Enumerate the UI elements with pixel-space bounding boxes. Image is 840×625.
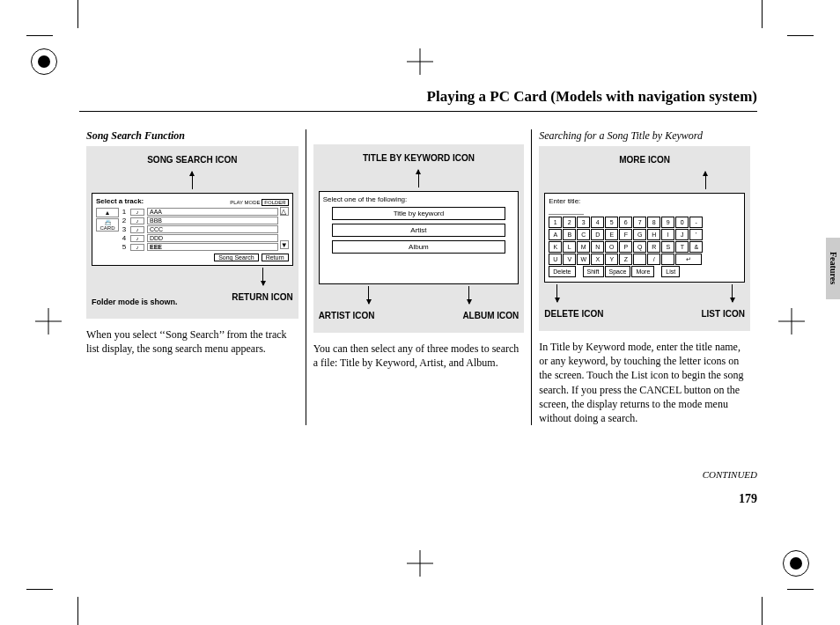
key[interactable]: 4 [591,217,604,228]
key[interactable]: S [661,241,674,253]
song-search-button[interactable]: Song Search [214,254,258,261]
continued-label: CONTINUED [79,469,757,480]
keyboard-row: UVWXYZ / ↵ [549,254,741,265]
key[interactable] [633,254,646,265]
key[interactable]: 1 [549,217,562,228]
key[interactable]: N [591,241,604,253]
key[interactable]: R [647,241,660,253]
keyboard-row-bottom: Delete Shift Space More List [549,266,741,277]
key[interactable]: A [549,229,562,240]
key[interactable]: J [675,229,689,240]
key[interactable]: B [563,229,576,240]
title-rule [79,111,757,112]
key[interactable]: F [619,229,632,240]
key[interactable]: I [661,229,674,240]
arrow-icon [468,286,469,304]
key[interactable]: & [689,241,703,253]
label-song-search-icon: SONG SEARCH ICON [92,155,293,165]
arrow-icon [705,172,706,189]
key[interactable]: E [605,229,618,240]
body-text-2: You can then select any of three modes t… [313,342,525,370]
column-2: TITLE BY KEYWORD ICON Select one of the … [306,129,532,425]
crop-mark [26,589,53,590]
table-row: 1♪AAA [121,208,278,216]
text-input-field[interactable] [549,207,584,215]
screen-keyboard: Enter title: 1234567890- ABCDEFGHIJ' KLM… [544,193,745,283]
crop-mark [787,589,814,590]
key[interactable]: W [577,254,590,265]
page-number: 179 [79,492,757,506]
figure-keyboard: MORE ICON Enter title: 1234567890- ABCDE… [539,146,750,331]
key[interactable]: Y [605,254,618,265]
crosshair-icon [778,308,805,335]
figure-mode-select: TITLE BY KEYWORD ICON Select one of the … [313,144,525,333]
screen-mode-select: Select one of the following: Title by ke… [319,191,519,284]
arrow-icon [192,172,193,189]
shift-button[interactable]: Shift [583,266,604,277]
crop-mark [77,597,78,625]
screen-header: Enter title: [549,197,741,205]
album-button[interactable]: Album [332,240,506,254]
label-delete-icon: DELETE ICON [544,309,603,319]
crop-mark [26,35,53,36]
arrow-icon [262,268,263,285]
key[interactable]: X [591,254,604,265]
column-1: Song Search Function SONG SEARCH ICON Se… [79,129,306,425]
key[interactable]: 6 [619,217,632,228]
table-row: 5♪EEE [121,243,278,251]
keyboard-row: 1234567890- [549,217,741,228]
key[interactable]: G [633,229,646,240]
crop-mark [787,35,814,36]
key[interactable]: - [689,217,703,228]
body-text-3: In Title by Keyword mode, enter the titl… [539,340,750,425]
key[interactable]: 5 [605,217,618,228]
table-row: 2♪BBB [121,217,278,224]
key[interactable]: 8 [647,217,660,228]
page-content: Playing a PC Card (Models with navigatio… [79,35,757,506]
title-by-keyword-button[interactable]: Title by keyword [332,207,506,220]
enter-key-icon[interactable]: ↵ [675,254,702,265]
key[interactable]: 7 [633,217,646,228]
keyboard-row: KLMNOPQRST& [549,241,741,253]
registration-mark-icon [783,550,809,577]
columns: Song Search Function SONG SEARCH ICON Se… [79,129,757,425]
key[interactable]: H [647,229,660,240]
scroll-up-icon: △ [280,207,289,216]
key[interactable] [661,254,674,265]
label-list-icon: LIST ICON [701,309,744,319]
key[interactable]: Z [619,254,632,265]
key[interactable]: M [577,241,590,253]
key[interactable]: Q [633,241,646,253]
list-button[interactable]: List [661,266,680,277]
key[interactable]: V [563,254,576,265]
screen-track-list: Select a track: PLAY MODE FOLDER ▴ 📇 CAR… [92,193,293,266]
label-return-icon: RETURN ICON [232,292,292,306]
key[interactable]: 2 [563,217,576,228]
space-button[interactable]: Space [605,266,631,277]
key[interactable]: ' [689,229,703,240]
key[interactable]: 0 [675,217,689,228]
artist-button[interactable]: Artist [332,224,506,237]
key[interactable]: 9 [661,217,674,228]
screen-header: Select a track: [96,197,144,205]
key[interactable]: K [549,241,562,253]
key[interactable]: 3 [577,217,590,228]
label-artist-icon: ARTIST ICON [319,311,375,320]
label-title-keyword-icon: TITLE BY KEYWORD ICON [319,153,519,163]
return-button[interactable]: Return [262,254,289,261]
key[interactable]: T [675,241,689,253]
arrow-icon [418,170,419,188]
delete-button[interactable]: Delete [549,266,575,277]
key[interactable]: C [577,229,590,240]
key[interactable]: U [549,254,562,265]
up-icon: ▴ [96,208,119,217]
key[interactable]: D [591,229,604,240]
folder-mode-note: Folder mode is shown. [92,298,178,306]
key[interactable]: P [619,241,632,253]
key[interactable]: O [605,241,618,253]
registration-mark-icon [31,48,57,75]
more-button[interactable]: More [631,266,654,277]
key[interactable]: L [563,241,576,253]
key[interactable]: / [647,254,660,265]
keyboard-row: ABCDEFGHIJ' [549,229,741,240]
